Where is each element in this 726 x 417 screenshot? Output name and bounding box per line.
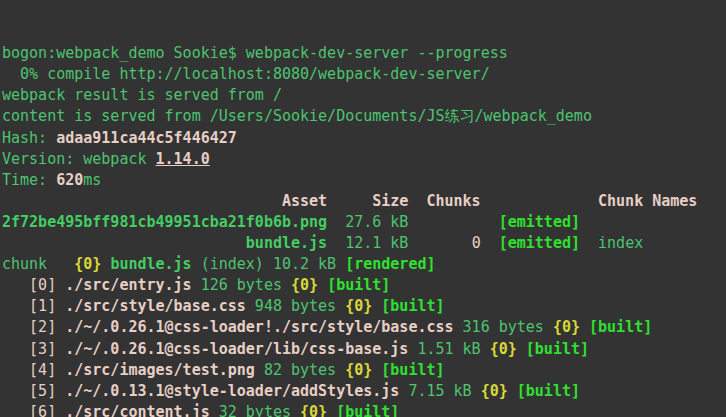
module-row-6-text: [built]: [336, 403, 399, 417]
time-line-text: ms: [83, 171, 101, 189]
module-row-5-text: 7.15 kB: [399, 382, 480, 400]
asset-table-header: Asset Size Chunks Chunk Names: [2, 191, 726, 212]
chunk-summary-line: chunk {0} bundle.js (index) 10.2 kB [ren…: [2, 254, 726, 275]
module-row-2-text: {0}: [553, 318, 580, 336]
module-row-6-text: [6]: [2, 403, 65, 417]
module-row-3-text: [3]: [2, 340, 65, 358]
module-row-0-text: [318, 276, 327, 294]
time-line: Time: 620ms: [2, 170, 726, 191]
module-row-4-text: [4]: [2, 361, 65, 379]
progress-line-text: 0% compile http://localhost:8080/webpack…: [2, 65, 490, 83]
module-row-2-text: [built]: [589, 318, 652, 336]
served-from-line-text: webpack result is served from /: [2, 86, 282, 104]
time-line-text: Time:: [2, 171, 56, 189]
module-row-4: [4] ./src/images/test.png 82 bytes {0} […: [2, 360, 726, 381]
module-row-0-text: [built]: [327, 276, 390, 294]
module-row-6-text: {0}: [300, 403, 327, 417]
module-row-5-text: ./~/.0.13.1@style-loader/addStyles.js: [65, 382, 399, 400]
module-row-4-text: [372, 361, 381, 379]
content-base-line: content is served from /Users/Sookie/Doc…: [2, 106, 726, 127]
module-row-0-text: 126 bytes: [192, 276, 291, 294]
chunk-summary-line-text: (index) 10.2 kB: [192, 255, 346, 273]
module-row-4-text: 82 bytes: [255, 361, 345, 379]
shell-prompt-line-text: bogon:webpack_demo Sookie$ webpack-dev-s…: [2, 44, 508, 62]
module-row-1-text: [372, 297, 381, 315]
asset-row-bundle-text: index: [580, 234, 643, 252]
module-row-3-text: {0}: [490, 340, 517, 358]
module-row-4-text: [built]: [381, 361, 444, 379]
module-row-3-text: [517, 340, 526, 358]
module-row-3-text: ./~/.0.26.1@css-loader/lib/css-base.js: [65, 340, 408, 358]
version-line: Version: webpack 1.14.0: [2, 149, 726, 170]
module-row-0-text: [0]: [2, 276, 65, 294]
asset-row-bundle-text: [emitted]: [499, 234, 580, 252]
module-row-0: [0] ./src/entry.js 126 bytes {0} [built]: [2, 275, 726, 296]
module-row-3-text: 1.51 kB: [408, 340, 489, 358]
asset-row-bundle-text: bundle.js: [246, 234, 327, 252]
module-row-5-text: [5]: [2, 382, 65, 400]
content-base-line-text: content is served from /Users/Sookie/Doc…: [2, 107, 592, 125]
module-row-0-text: {0}: [291, 276, 318, 294]
terminal-output: bogon:webpack_demo Sookie$ webpack-dev-s…: [2, 43, 726, 417]
asset-row-bundle-text: [481, 234, 499, 252]
asset-row-png: 2f72be495bff981cb49951cba21f0b6b.png 27.…: [2, 212, 726, 233]
module-row-5: [5] ./~/.0.13.1@style-loader/addStyles.j…: [2, 381, 726, 402]
module-row-5-text: [built]: [517, 382, 580, 400]
terminal-window[interactable]: bogon:webpack_demo Sookie$ webpack-dev-s…: [0, 0, 726, 417]
hash-line: Hash: adaa911ca44c5f446427: [2, 128, 726, 149]
module-row-1-text: [built]: [381, 297, 444, 315]
module-row-6-text: [327, 403, 336, 417]
module-row-5-text: {0}: [481, 382, 508, 400]
module-row-0-text: ./src/entry.js: [65, 276, 191, 294]
asset-row-bundle: bundle.js 12.1 kB 0 [emitted] index: [2, 233, 726, 254]
shell-prompt-line: bogon:webpack_demo Sookie$ webpack-dev-s…: [2, 43, 726, 64]
chunk-summary-line-text: chunk: [2, 255, 74, 273]
asset-row-bundle-text: 12.1 kB: [327, 234, 472, 252]
module-row-6-text: ./src/content.js: [65, 403, 210, 417]
module-row-2-text: ./~/.0.26.1@css-loader!./src/style/base.…: [65, 318, 453, 336]
asset-row-png-text: 2f72be495bff981cb49951cba21f0b6b.png: [2, 213, 327, 231]
asset-row-bundle-text: [2, 234, 246, 252]
module-row-1-text: [1]: [2, 297, 65, 315]
module-row-2-text: [580, 318, 589, 336]
served-from-line: webpack result is served from /: [2, 85, 726, 106]
time-line-text: 620: [56, 171, 83, 189]
progress-line: 0% compile http://localhost:8080/webpack…: [2, 64, 726, 85]
asset-row-bundle-text: 0: [472, 234, 481, 252]
module-row-1-text: 948 bytes: [246, 297, 345, 315]
hash-line-text: Hash:: [2, 129, 56, 147]
version-line-text: 1.14.0: [156, 150, 210, 168]
module-row-6: [6] ./src/content.js 32 bytes {0} [built…: [2, 402, 726, 417]
module-row-1-text: ./src/style/base.css: [65, 297, 246, 315]
asset-table-header-text: Asset Size Chunks Chunk Names: [2, 192, 697, 210]
version-line-text: Version: webpack: [2, 150, 156, 168]
module-row-3: [3] ./~/.0.26.1@css-loader/lib/css-base.…: [2, 339, 726, 360]
chunk-summary-line-text: {0}: [74, 255, 101, 273]
chunk-summary-line-text: [rendered]: [345, 255, 435, 273]
module-row-6-text: 32 bytes: [210, 403, 300, 417]
module-row-2-text: [2]: [2, 318, 65, 336]
asset-row-png-text: [emitted]: [499, 213, 580, 231]
module-row-2-text: 316 bytes: [454, 318, 553, 336]
module-row-1-text: {0}: [345, 297, 372, 315]
module-row-1: [1] ./src/style/base.css 948 bytes {0} […: [2, 296, 726, 317]
module-row-2: [2] ./~/.0.26.1@css-loader!./src/style/b…: [2, 317, 726, 338]
module-row-3-text: [built]: [526, 340, 589, 358]
module-row-5-text: [508, 382, 517, 400]
chunk-summary-line-text: bundle.js: [110, 255, 191, 273]
asset-row-png-text: 27.6 kB: [327, 213, 499, 231]
module-row-4-text: {0}: [345, 361, 372, 379]
hash-line-text: adaa911ca44c5f446427: [56, 129, 237, 147]
module-row-4-text: ./src/images/test.png: [65, 361, 255, 379]
